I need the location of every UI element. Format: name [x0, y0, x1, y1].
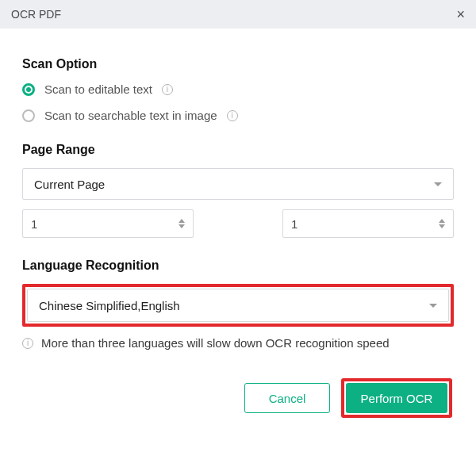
close-icon[interactable]: ×	[456, 7, 465, 21]
dialog-header: OCR PDF ×	[0, 0, 476, 29]
page-range-heading: Page Range	[22, 143, 454, 157]
radio-icon	[22, 109, 35, 122]
dialog-title: OCR PDF	[11, 8, 61, 21]
chevron-down-icon	[178, 224, 185, 228]
highlight-box: Chinese Simplified,English	[22, 284, 454, 327]
radio-scan-editable[interactable]: Scan to editable text i	[22, 82, 454, 96]
language-heading: Language Recognition	[22, 258, 454, 273]
info-icon[interactable]: i	[162, 84, 173, 95]
radio-label: Scan to searchable text in image	[44, 109, 217, 122]
select-value: Chinese Simplified,English	[39, 299, 180, 312]
input-value: 1	[31, 217, 37, 231]
perform-ocr-button[interactable]: Perform OCR	[346, 383, 447, 413]
stepper-arrows[interactable]	[178, 219, 185, 228]
radio-scan-searchable[interactable]: Scan to searchable text in image i	[22, 109, 454, 122]
select-value: Current Page	[34, 178, 105, 191]
chevron-up-icon	[178, 219, 185, 223]
language-warning: i More than three languages will slow do…	[22, 336, 454, 350]
chevron-down-icon	[434, 182, 442, 186]
language-select[interactable]: Chinese Simplified,English	[27, 289, 449, 322]
input-value: 1	[291, 217, 298, 231]
button-label: Cancel	[269, 392, 306, 405]
stepper-arrows[interactable]	[439, 219, 445, 228]
cancel-button[interactable]: Cancel	[244, 383, 330, 413]
info-icon: i	[22, 338, 33, 349]
page-from-input[interactable]: 1	[22, 209, 194, 238]
info-icon[interactable]: i	[227, 110, 238, 121]
warning-text: More than three languages will slow down…	[41, 336, 390, 350]
highlight-box: Perform OCR	[341, 378, 452, 418]
page-range-select[interactable]: Current Page	[22, 168, 454, 200]
page-to-input[interactable]: 1	[282, 209, 454, 238]
page-range-section: Page Range Current Page 1 1	[22, 143, 454, 238]
dialog-footer: Cancel Perform OCR	[22, 378, 454, 418]
chevron-down-icon	[429, 304, 437, 308]
dialog-content: Scan Option Scan to editable text i Scan…	[0, 29, 476, 432]
chevron-down-icon	[439, 224, 445, 228]
chevron-up-icon	[439, 219, 445, 223]
button-label: Perform OCR	[361, 392, 433, 405]
radio-label: Scan to editable text	[44, 82, 152, 96]
language-section: Language Recognition Chinese Simplified,…	[22, 258, 454, 350]
page-range-inputs: 1 1	[22, 209, 454, 238]
scan-option-heading: Scan Option	[22, 57, 454, 71]
radio-icon	[22, 83, 35, 96]
